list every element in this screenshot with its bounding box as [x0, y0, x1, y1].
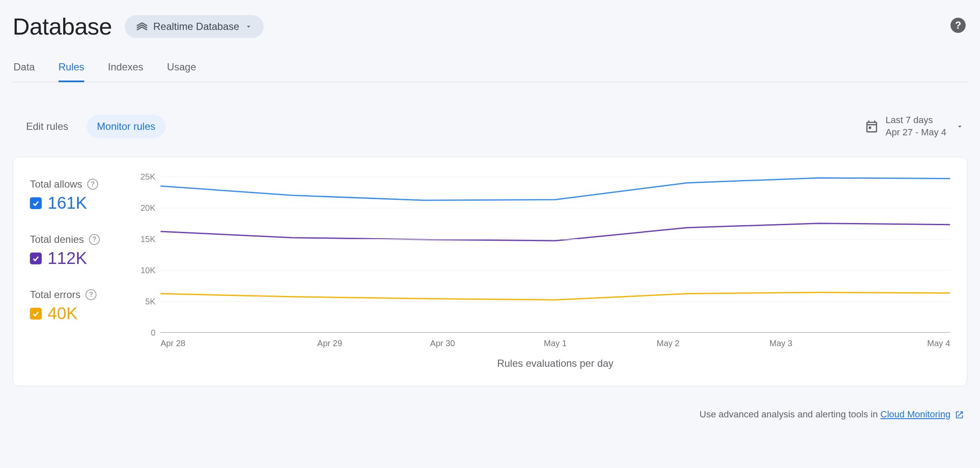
line-chart-svg	[161, 177, 950, 332]
subtab-monitor-rules[interactable]: Monitor rules	[87, 115, 166, 138]
legend-denies: Total denies ? 112K	[30, 234, 127, 268]
tab-usage[interactable]: Usage	[167, 55, 196, 82]
x-tick-label: May 2	[612, 339, 725, 348]
chart-plot	[161, 177, 950, 333]
legend-denies-value: 112K	[48, 249, 87, 268]
y-tick-label: 0	[151, 328, 155, 338]
legend-denies-label: Total denies	[30, 234, 84, 245]
y-tick-label: 15K	[140, 234, 155, 244]
legend-denies-checkbox[interactable]	[30, 253, 42, 264]
chart-series-line	[161, 178, 950, 200]
legend-errors-checkbox[interactable]	[30, 308, 42, 320]
chart-series-line	[161, 223, 950, 241]
main-tabs: Data Rules Indexes Usage	[13, 55, 967, 82]
cloud-monitoring-link[interactable]: Cloud Monitoring	[881, 409, 951, 420]
chevron-down-icon	[244, 22, 253, 31]
legend-errors-label: Total errors	[30, 289, 80, 301]
x-tick-label: Apr 29	[273, 339, 386, 348]
chevron-down-icon	[956, 122, 964, 131]
help-circle-icon[interactable]: ?	[86, 289, 96, 300]
x-tick-label: May 1	[499, 339, 612, 348]
legend-allows: Total allows ? 161K	[30, 178, 127, 212]
tab-rules[interactable]: Rules	[59, 55, 84, 82]
help-circle-icon[interactable]: ?	[89, 234, 100, 245]
y-tick-label: 20K	[140, 203, 155, 213]
footer-text: Use advanced analysis and alerting tools…	[699, 409, 880, 420]
database-selector-label: Realtime Database	[153, 21, 239, 32]
calendar-icon	[865, 119, 879, 134]
subtab-edit-rules[interactable]: Edit rules	[16, 115, 78, 138]
legend-errors: Total errors ? 40K	[30, 289, 127, 323]
help-icon[interactable]: ?	[951, 18, 966, 33]
legend-allows-checkbox[interactable]	[30, 197, 42, 209]
x-tick-label: Apr 28	[161, 339, 273, 348]
monitor-card: Total allows ? 161K Total denies ?	[13, 157, 967, 386]
open-external-icon	[955, 410, 964, 420]
date-range-picker[interactable]: Last 7 days Apr 27 - May 4	[865, 114, 964, 138]
chart-area: 05K10K15K20K25K Apr 28Apr 29Apr 30May 1M…	[135, 177, 950, 371]
date-range-label: Last 7 days	[886, 114, 946, 126]
x-tick-label: May 3	[725, 339, 838, 348]
svg-rect-0	[869, 126, 871, 129]
x-tick-label: May 4	[837, 339, 950, 348]
help-circle-icon[interactable]: ?	[87, 179, 98, 190]
tab-data[interactable]: Data	[13, 55, 35, 82]
rules-subtabs: Edit rules Monitor rules	[16, 115, 166, 138]
chart-legend: Total allows ? 161K Total denies ?	[30, 177, 127, 371]
legend-allows-label: Total allows	[30, 178, 82, 190]
chart-x-axis-label: Rules evaluations per day	[161, 358, 950, 369]
realtime-db-icon	[136, 20, 148, 33]
date-range-value: Apr 27 - May 4	[886, 126, 946, 139]
chart-series-line	[161, 293, 950, 300]
legend-errors-value: 40K	[48, 304, 78, 323]
x-tick-label: Apr 30	[386, 339, 499, 348]
footer-note: Use advanced analysis and alerting tools…	[13, 409, 967, 420]
database-selector[interactable]: Realtime Database	[125, 15, 264, 38]
y-tick-label: 5K	[145, 297, 155, 307]
page-title: Database	[13, 13, 112, 40]
tab-indexes[interactable]: Indexes	[108, 55, 143, 82]
y-tick-label: 10K	[140, 266, 155, 275]
y-tick-label: 25K	[140, 172, 155, 182]
legend-allows-value: 161K	[48, 194, 87, 212]
